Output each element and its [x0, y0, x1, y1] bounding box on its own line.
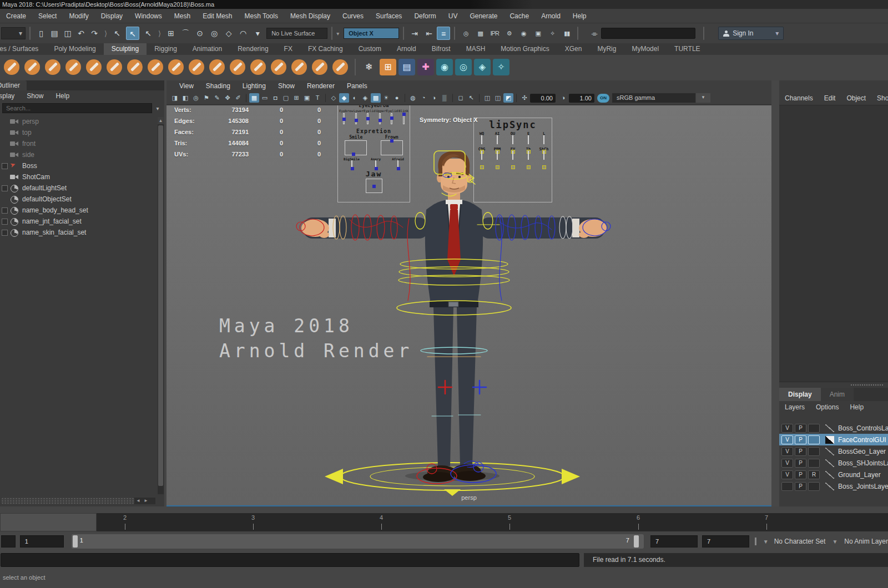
layer-editor-tab[interactable]: Anim — [821, 388, 854, 401]
dof-icon[interactable]: ▒ — [440, 93, 450, 103]
channel-box-empty-area[interactable] — [779, 105, 888, 382]
outliner-item[interactable]: name_skin_facial_set — [0, 227, 164, 238]
scroll-left-icon[interactable]: ◄ — [134, 498, 142, 504]
safe-action-icon[interactable]: ▣ — [302, 93, 312, 103]
playback-end-field[interactable]: 7 — [650, 535, 698, 548]
filter-dropdown-icon[interactable]: ▾ — [153, 105, 162, 111]
slider-handle[interactable] — [542, 165, 546, 169]
wireframe-on-shaded-icon[interactable]: ◐ — [350, 93, 360, 103]
inputs-to-selected-icon[interactable]: ⇥ — [408, 27, 421, 40]
eye-slider-track[interactable] — [367, 113, 369, 124]
expand-toggle[interactable] — [2, 185, 8, 191]
viewport-menu-item[interactable]: View — [173, 80, 200, 92]
slider-track[interactable] — [528, 151, 529, 160]
safe-title-icon[interactable]: T — [312, 93, 322, 103]
render-current-frame-icon[interactable]: ▩ — [473, 27, 487, 40]
wax-tool-icon[interactable] — [208, 58, 226, 77]
smooth-tool-icon[interactable] — [23, 58, 42, 77]
slider-handle[interactable] — [527, 165, 531, 169]
outliner-item[interactable]: name_jnt_facial_set — [0, 216, 164, 227]
perspective-viewport[interactable]: ViewShadingLightingShowRendererPanels ◨◧… — [167, 80, 771, 506]
select-object-icon[interactable]: ↖ — [126, 27, 139, 40]
expand-toggle[interactable] — [2, 152, 8, 158]
range-slider[interactable]: 1 7 — [72, 534, 644, 549]
shelf-tab[interactable]: Custom — [351, 43, 389, 55]
layer-swatch-icon[interactable] — [825, 448, 834, 455]
scrollbar-thumb[interactable] — [1, 498, 134, 504]
shaded-icon[interactable]: ◆ — [339, 93, 349, 103]
layer-row[interactable]: V P R Ground_Layer — [779, 469, 888, 480]
hypershade-icon[interactable]: ◉ — [517, 27, 530, 40]
menu-item[interactable]: UV — [442, 9, 464, 23]
save-scene-icon[interactable]: ◫ — [61, 27, 74, 40]
shelf-tab[interactable]: Animation — [185, 43, 230, 55]
slider-track[interactable] — [512, 151, 513, 160]
section-chevron-icon[interactable]: ⟩ — [104, 29, 107, 38]
channel-box-menu-item[interactable]: Edit — [819, 94, 841, 102]
menu-item[interactable]: Display — [95, 9, 129, 23]
convert-frozen-icon[interactable]: ⊞ — [380, 59, 396, 75]
outliner-item[interactable]: top — [0, 127, 164, 138]
scrollbar-thumb[interactable] — [158, 125, 163, 486]
range-start-handle[interactable] — [73, 535, 78, 548]
character-controls-icon[interactable]: ✚ — [417, 59, 434, 75]
frown-box[interactable] — [381, 140, 403, 155]
layer-editor-menu-item[interactable]: Layers — [779, 401, 810, 413]
arnold-light-icon[interactable]: ✧ — [493, 59, 509, 75]
shelf-tab[interactable]: Motion Graphics — [493, 43, 557, 55]
select-hierarchy-icon[interactable]: ↖ — [110, 27, 124, 40]
layer-swatch-icon[interactable] — [825, 483, 834, 490]
shelf-tab[interactable]: Rigging — [147, 43, 185, 55]
scrape-tool-icon[interactable] — [228, 58, 247, 77]
time-slider[interactable]: 2 3 4 5 6 7 — [97, 513, 888, 531]
shelf-tab[interactable]: Sculpting — [104, 43, 147, 55]
layer-swatch-icon[interactable] — [825, 471, 834, 479]
viewport-menu-item[interactable]: Panels — [341, 80, 374, 92]
outliner-pane-icon[interactable]: ◩ — [503, 93, 513, 103]
shelf-tab[interactable]: MASH — [458, 43, 493, 55]
layer-editor-tab[interactable]: Display — [779, 388, 821, 401]
slider-handle[interactable] — [511, 165, 515, 169]
scroll-right-icon[interactable]: ► — [142, 498, 150, 504]
gate-mask-icon[interactable]: ▢ — [281, 93, 291, 103]
menu-item[interactable]: Select — [32, 9, 63, 23]
ipr-render-icon[interactable]: IPR — [488, 27, 501, 40]
shadows-icon[interactable]: ● — [392, 93, 402, 103]
eye-slider-track[interactable] — [391, 113, 392, 124]
foamy-tool-icon[interactable] — [125, 58, 144, 77]
occlusion-icon[interactable]: ◍ — [408, 93, 418, 103]
character-set-dropdown[interactable]: No Character Set — [774, 538, 826, 545]
image-plane-icon[interactable]: ✎ — [212, 93, 222, 103]
slider-handle[interactable] — [397, 167, 400, 170]
slider-track[interactable] — [481, 151, 482, 160]
slider-handle[interactable] — [355, 119, 358, 122]
launch-arnold-icon[interactable]: ✧ — [546, 27, 559, 40]
expand-toggle[interactable] — [2, 130, 8, 136]
amplify-tool-icon[interactable] — [331, 58, 350, 77]
panel-gutter[interactable] — [771, 80, 779, 506]
repeat-tool-icon[interactable] — [167, 58, 185, 77]
layer-visibility-toggle[interactable]: V — [781, 470, 793, 479]
viewport-menu-item[interactable]: Lighting — [236, 80, 272, 92]
shelf-tab[interactable]: MyModel — [624, 43, 667, 55]
fill-tool-icon[interactable] — [249, 58, 268, 77]
isolate-select-icon[interactable]: ◻ — [456, 93, 466, 103]
layer-display-mode-toggle[interactable]: R — [808, 470, 820, 479]
layer-display-mode-toggle[interactable] — [808, 482, 820, 491]
expand-toggle[interactable] — [2, 196, 8, 202]
undo-icon[interactable]: ↶ — [74, 27, 88, 40]
viewport-menu-item[interactable]: Renderer — [301, 80, 341, 92]
eye-slider-track[interactable] — [379, 113, 381, 124]
eye-slider-track[interactable] — [343, 113, 345, 124]
shelf-tab[interactable]: TURTLE — [667, 43, 708, 55]
layer-visibility-toggle[interactable]: V — [781, 447, 793, 456]
search-input[interactable] — [2, 103, 152, 113]
quick-select-icon[interactable]: ⌯ — [588, 27, 601, 40]
camera-attributes-icon[interactable]: ◎ — [191, 93, 201, 103]
slider-track[interactable] — [481, 135, 482, 144]
range-end-handle[interactable] — [634, 535, 639, 548]
shelf-tab[interactable]: Curves / Surfaces — [0, 43, 46, 55]
sep5[interactable] — [479, 94, 480, 102]
anti-alias-icon[interactable]: ◔ — [418, 93, 428, 103]
layer-playback-toggle[interactable]: P — [795, 447, 806, 456]
